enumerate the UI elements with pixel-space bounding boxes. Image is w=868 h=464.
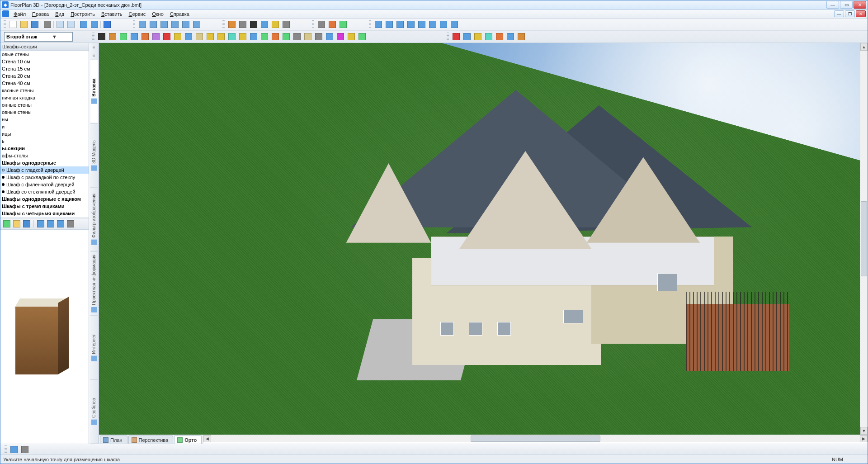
scroll-right-button[interactable]: ▶ [860,435,868,442]
align-bottom-button[interactable] [428,19,438,29]
roof-view-button[interactable] [20,445,30,455]
plant-button[interactable] [292,32,302,42]
furniture-button[interactable] [281,32,291,42]
new-button[interactable] [8,19,18,29]
window-close-button[interactable]: ✕ [854,1,866,9]
list-item[interactable]: афы-столы [0,152,89,159]
view-tab-орто[interactable]: Орто [174,436,202,444]
beam-button[interactable] [184,32,193,42]
list-item[interactable]: ы-секции [0,145,89,152]
walkthrough-button[interactable] [9,445,19,455]
zoom-extents-button[interactable] [170,19,180,29]
new-view-button[interactable] [505,32,515,42]
list-item[interactable]: Стена 20 см [0,72,89,80]
align-right-button[interactable] [395,19,405,29]
undo-button[interactable] [79,19,89,29]
slab-button[interactable] [194,32,204,42]
select-button[interactable] [97,32,107,42]
tex-button[interactable] [484,32,494,42]
curve-button[interactable] [238,32,248,42]
print-button[interactable] [42,19,52,29]
open-button[interactable] [19,19,29,29]
zoom-window-button[interactable] [159,19,169,29]
zoom-in-button[interactable] [137,19,147,29]
layer-button[interactable] [462,32,472,42]
pan-button[interactable] [192,19,202,29]
toggle3d-button[interactable] [338,19,348,29]
menu-вставить[interactable]: Вставить [98,10,126,18]
hide-button[interactable] [451,32,461,42]
line-button[interactable] [259,32,269,42]
render-button[interactable] [238,19,248,29]
scroll-left-button[interactable]: ◀ [203,435,211,442]
scroll-down-button[interactable]: ▼ [860,427,868,435]
side-tab-свойства[interactable]: Свойства [90,379,98,444]
list-item[interactable]: Шкафы с тремя ящиками [0,203,89,210]
list-item[interactable]: онные стены [0,101,89,109]
grid-toggle-button[interactable] [316,19,326,29]
poly-button[interactable] [249,32,259,42]
grid-button[interactable] [281,19,291,29]
3d-canvas[interactable] [99,43,860,435]
column-button[interactable] [140,32,150,42]
side-tab-3d-модель[interactable]: 3D Модель [90,123,98,188]
pin-button[interactable] [495,32,505,42]
vscroll-thumb[interactable] [861,201,867,276]
rail-button[interactable] [205,32,215,42]
floor-select[interactable]: Второй этаж ▼ [4,32,73,42]
menu-справка[interactable]: Справка [167,10,193,18]
align-left-button[interactable] [373,19,383,29]
measure-button[interactable] [270,19,280,29]
list-item[interactable]: Шкаф с филенчатой дверцей [0,181,89,188]
panel-sort2-button[interactable] [46,219,55,228]
list-item[interactable]: касные стены [0,87,89,94]
list-item[interactable]: и [0,123,89,130]
stairs-button[interactable] [151,32,161,42]
save-view-button[interactable] [516,32,526,42]
text2-button[interactable] [270,32,280,42]
door-button[interactable] [118,32,128,42]
list-item[interactable]: Стена 40 см [0,80,89,87]
view-tab-перспектива[interactable]: Перспектива [128,436,174,444]
menu-правка[interactable]: Правка [29,10,52,18]
copy-button[interactable] [55,19,65,29]
zoom-previous-button[interactable] [181,19,191,29]
viewport-vscrollbar[interactable]: ▲ ▼ [860,43,868,435]
list-item[interactable]: овые стены [0,51,89,58]
help-button[interactable] [102,19,112,29]
window-button[interactable] [129,32,139,42]
menu-окно[interactable]: Окно [149,10,167,18]
color1-button[interactable] [335,32,345,42]
list-item[interactable]: ны [0,116,89,123]
fence-button[interactable] [303,32,313,42]
mdi-close-button[interactable]: ✕ [856,10,866,17]
menu-файл[interactable]: Файл [10,10,29,18]
side-tabs-collapse-button-2[interactable]: « [90,52,98,58]
list-item[interactable]: Стена 15 см [0,65,89,72]
align-top-button[interactable] [406,19,416,29]
list-item[interactable]: ь [0,137,89,145]
view-tab-план[interactable]: План [100,436,127,444]
viewport-hscrollbar[interactable]: ◀ ▶ [203,435,868,442]
side-tab-фильтр-изображения[interactable]: Фильтр изображения [90,187,98,251]
panel-opt-button[interactable] [66,219,75,228]
menu-сервис[interactable]: Сервис [126,10,149,18]
dist-h-button[interactable] [439,19,448,29]
list-item[interactable]: Шкафы однодверные с ящиком [0,195,89,203]
scroll-up-button[interactable]: ▲ [860,43,868,51]
zoom-out-button[interactable] [148,19,158,29]
list-item[interactable]: пичная кладка [0,94,89,101]
list-item[interactable]: ицы [0,130,89,137]
lock-button[interactable] [473,32,483,42]
align-middle-button[interactable] [417,19,427,29]
panel-f-open-button[interactable] [12,219,21,228]
rect-button[interactable] [227,32,237,42]
side-tab-интернет[interactable]: Интернет [90,316,98,380]
roof-button[interactable] [162,32,172,42]
snap-button[interactable] [327,19,337,29]
side-tabs-collapse-button[interactable]: « [90,44,98,50]
text-button[interactable] [249,19,259,29]
save-button[interactable] [30,19,40,29]
pipe-button[interactable] [325,32,335,42]
panel-forward-button[interactable] [2,219,11,228]
